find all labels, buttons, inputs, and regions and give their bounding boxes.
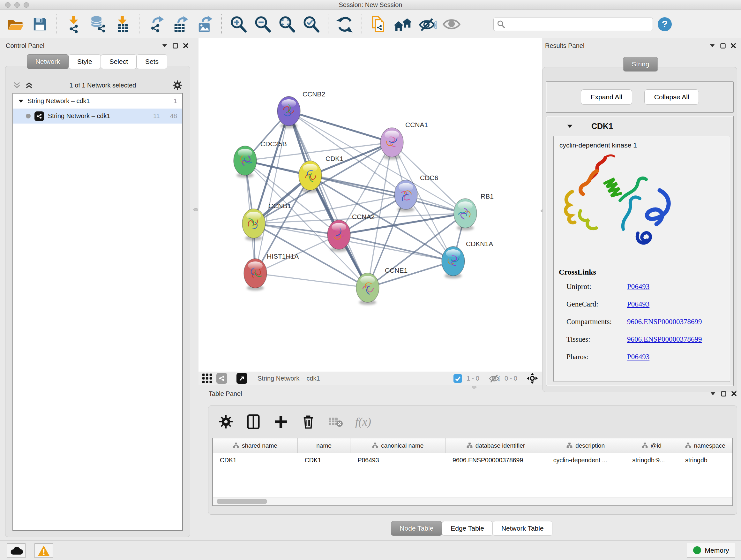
column-header--id[interactable]: @id xyxy=(625,438,678,453)
network-node-hist1h1a[interactable] xyxy=(244,259,267,291)
tab-network[interactable]: Network xyxy=(27,54,69,69)
collapse-caret-icon[interactable] xyxy=(18,99,23,103)
memory-button[interactable]: Memory xyxy=(687,543,735,558)
table-panel-float-button[interactable] xyxy=(721,391,726,396)
export-image-button[interactable] xyxy=(194,14,215,35)
column-header-database-identifier[interactable]: database identifier xyxy=(446,438,546,453)
network-edge[interactable] xyxy=(289,111,392,142)
table-row[interactable]: CDK1CDK1P064939606.ENSP00000378699cyclin… xyxy=(213,453,732,467)
first-neighbors-button[interactable] xyxy=(393,14,414,35)
tab-string[interactable]: String xyxy=(623,57,658,71)
results-panel-menu-button[interactable] xyxy=(710,44,715,48)
tab-select[interactable]: Select xyxy=(101,54,137,69)
open-in-window-button[interactable] xyxy=(237,373,247,384)
refresh-layout-button[interactable] xyxy=(334,14,355,35)
column-header-name[interactable]: name xyxy=(298,438,351,453)
column-header-shared-name[interactable]: shared name xyxy=(213,438,298,453)
zoom-window-button[interactable] xyxy=(23,2,29,8)
duplicate-network-button[interactable] xyxy=(368,14,389,35)
results-panel-float-button[interactable] xyxy=(720,43,726,49)
network-edge[interactable] xyxy=(289,111,367,288)
column-header-namespace[interactable]: namespace xyxy=(678,438,732,453)
collapse-all-button[interactable]: Collapse All xyxy=(644,89,699,105)
column-type-icon xyxy=(566,442,572,449)
crosslink-link[interactable]: 9606.ENSP00000378699 xyxy=(627,335,702,344)
network-node-cdkn1a[interactable] xyxy=(442,246,465,278)
network-row-selected[interactable]: String Network – cdk1 11 48 xyxy=(13,109,182,124)
gene-name: CDK1 xyxy=(591,122,613,131)
zoom-in-button[interactable] xyxy=(228,14,249,35)
zoom-selected-button[interactable] xyxy=(300,14,322,35)
control-panel-menu-button[interactable] xyxy=(162,44,167,48)
close-window-button[interactable] xyxy=(5,2,10,8)
network-node-ccne1[interactable] xyxy=(356,273,379,305)
crosslink-link[interactable]: P06493 xyxy=(627,300,650,308)
export-network-button[interactable] xyxy=(145,14,166,35)
delete-column-button[interactable] xyxy=(300,414,316,430)
open-session-button[interactable] xyxy=(5,14,26,35)
selected-checkbox-icon[interactable] xyxy=(454,374,462,383)
network-edge[interactable] xyxy=(339,235,453,261)
network-edge[interactable] xyxy=(255,111,289,273)
control-panel-close-button[interactable] xyxy=(183,43,188,48)
expand-all-networks-button[interactable] xyxy=(25,81,33,89)
network-options-gear-button[interactable] xyxy=(173,80,182,90)
table-panel-menu-button[interactable] xyxy=(710,392,716,395)
tab-sets[interactable]: Sets xyxy=(137,54,167,69)
show-grid-button[interactable] xyxy=(202,374,212,383)
network-edge[interactable] xyxy=(367,261,453,288)
network-canvas[interactable]: CCNB2CCNA1CDC25BCDK1CDC6RB1CCNB1CCNA2CDK… xyxy=(199,38,542,372)
expand-all-button[interactable]: Expand All xyxy=(581,89,632,105)
network-list: String Network – cdk1 1 String Network –… xyxy=(12,93,183,531)
network-collection-row[interactable]: String Network – cdk1 1 xyxy=(13,94,182,109)
search-input[interactable] xyxy=(508,20,650,28)
import-network-button[interactable] xyxy=(63,14,84,35)
results-panel-close-button[interactable] xyxy=(731,43,736,48)
table-horizontal-scrollbar[interactable] xyxy=(213,497,732,505)
table-panel-close-button[interactable] xyxy=(731,391,737,396)
control-panel-float-button[interactable] xyxy=(173,43,178,49)
string-network-chip-icon[interactable] xyxy=(216,373,227,384)
fit-content-button[interactable] xyxy=(527,373,538,384)
gene-collapse-caret-icon[interactable] xyxy=(567,124,573,128)
tab-edge-table[interactable]: Edge Table xyxy=(442,521,493,536)
network-node-cdk1[interactable] xyxy=(299,161,322,193)
zoom-fit-button[interactable] xyxy=(276,14,297,35)
network-node-rb1[interactable] xyxy=(454,199,477,231)
crosslink-link[interactable]: 9606.ENSP00000378699 xyxy=(627,318,702,326)
network-node-cdc25b[interactable] xyxy=(233,146,257,178)
cloud-status-button[interactable] xyxy=(7,543,25,558)
hidden-eye-slash-icon[interactable] xyxy=(488,374,500,383)
warnings-button[interactable] xyxy=(35,543,53,558)
scrollbar-thumb[interactable] xyxy=(217,499,267,504)
zoom-out-button[interactable] xyxy=(252,14,273,35)
tab-node-table[interactable]: Node Table xyxy=(391,521,442,536)
tab-network-table[interactable]: Network Table xyxy=(493,521,552,536)
show-columns-button[interactable] xyxy=(246,414,261,430)
left-splitter-handle[interactable] xyxy=(193,208,198,211)
collapse-all-networks-button[interactable] xyxy=(13,81,21,89)
import-table-button[interactable] xyxy=(112,14,133,35)
apply-function-button[interactable]: f(x) xyxy=(355,415,371,428)
column-header-canonical-name[interactable]: canonical name xyxy=(350,438,446,453)
tab-style[interactable]: Style xyxy=(69,54,101,69)
hide-selected-button[interactable] xyxy=(417,14,438,35)
network-node-ccnb1[interactable] xyxy=(242,209,265,241)
crosslinks-title: CrossLinks xyxy=(559,268,730,276)
network-node-ccnb2[interactable] xyxy=(277,97,300,128)
table-options-gear-button[interactable] xyxy=(218,414,234,430)
export-table-button[interactable] xyxy=(170,14,191,35)
show-all-button[interactable] xyxy=(441,14,462,35)
help-button[interactable]: ? xyxy=(656,14,673,35)
import-database-button[interactable] xyxy=(87,14,109,35)
column-header-description[interactable]: description xyxy=(546,438,625,453)
crosslink-link[interactable]: P06493 xyxy=(627,353,650,361)
delete-table-button[interactable] xyxy=(328,414,344,430)
network-node-ccna1[interactable] xyxy=(381,128,403,160)
network-edge[interactable] xyxy=(255,273,367,288)
network-node-cdc6[interactable] xyxy=(394,180,417,212)
save-session-button[interactable] xyxy=(29,14,51,35)
crosslink-link[interactable]: P06493 xyxy=(627,283,650,291)
add-column-button[interactable] xyxy=(273,414,289,430)
minimize-window-button[interactable] xyxy=(14,2,20,8)
